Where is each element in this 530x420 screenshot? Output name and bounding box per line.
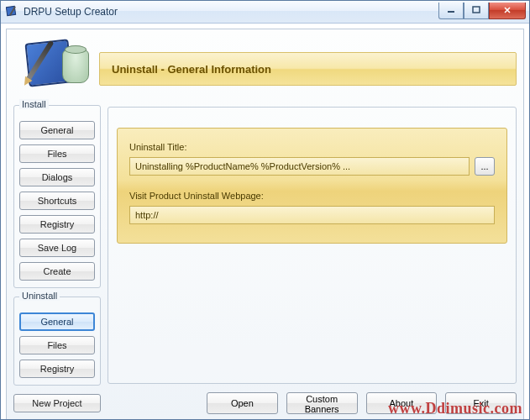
window-title: DRPU Setup Creator (24, 6, 118, 18)
page-title: Uninstall - General Information (99, 52, 517, 86)
titlebar: DRPU Setup Creator (1, 1, 529, 24)
content-area: Uninstall Title: ... Visit Product Unins… (106, 102, 523, 419)
tab-frame: Uninstall Title: ... Visit Product Unins… (108, 107, 517, 384)
group-install-label: Install (19, 99, 49, 109)
open-button[interactable]: Open (207, 392, 278, 414)
group-install: Install General Files Dialogs Shortcuts … (13, 105, 101, 288)
svg-rect-3 (473, 7, 480, 13)
svg-rect-2 (448, 11, 454, 13)
install-files-button[interactable]: Files (19, 144, 95, 163)
install-shortcuts-button[interactable]: Shortcuts (19, 192, 95, 210)
main-panel: Uninstall - General Information Install … (6, 29, 524, 420)
group-uninstall: Uninstall General Files Registry (13, 297, 101, 386)
app-window: DRPU Setup Creator Uninstall - General I… (0, 0, 530, 420)
close-button[interactable] (489, 3, 526, 19)
install-general-button[interactable]: General (19, 121, 95, 139)
webpage-input[interactable] (129, 206, 495, 224)
uninstall-registry-button[interactable]: Registry (19, 360, 95, 378)
custom-banners-button[interactable]: Custom Banners (286, 392, 358, 414)
uninstall-general-button[interactable]: General (19, 312, 95, 331)
uninstall-files-button[interactable]: Files (19, 336, 95, 354)
minimize-button[interactable] (438, 3, 464, 19)
install-registry-button[interactable]: Registry (19, 215, 95, 234)
webpage-label: Visit Product Uninstall Webpage: (129, 191, 495, 201)
maximize-button[interactable] (464, 3, 489, 19)
install-create-button[interactable]: Create (19, 262, 95, 281)
window-controls (438, 3, 529, 19)
group-uninstall-label: Uninstall (19, 291, 60, 301)
watermark: www.Ddimusic.com (388, 400, 522, 417)
sidebar: Install General Files Dialogs Shortcuts … (7, 102, 106, 419)
install-dialogs-button[interactable]: Dialogs (19, 168, 95, 186)
uninstall-title-input[interactable] (129, 157, 470, 176)
uninstall-title-label: Uninstall Title: (129, 142, 495, 152)
app-icon (6, 5, 19, 18)
header: Uninstall - General Information (7, 29, 523, 97)
new-project-button[interactable]: New Project (13, 394, 101, 412)
new-project-container: New Project (13, 394, 101, 412)
app-logo (27, 36, 84, 93)
form-panel: Uninstall Title: ... Visit Product Unins… (117, 128, 507, 244)
browse-button[interactable]: ... (475, 157, 495, 176)
install-savelog-button[interactable]: Save Log (19, 239, 95, 257)
